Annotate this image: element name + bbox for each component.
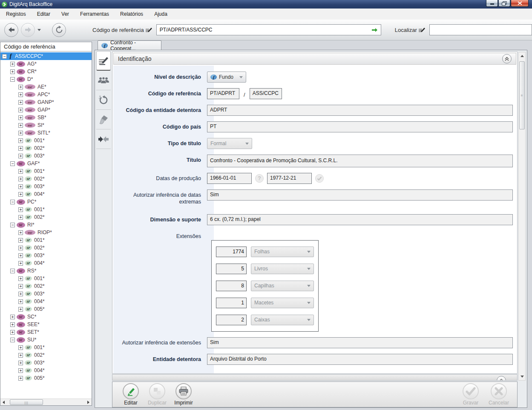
- expand-icon[interactable]: +: [18, 292, 23, 296]
- expand-icon[interactable]: +: [18, 138, 23, 143]
- next-section-header[interactable]: [112, 374, 518, 381]
- tree-node[interactable]: −scD*: [0, 75, 92, 83]
- extension-unit-select[interactable]: Capilhas: [251, 281, 314, 291]
- tab-history[interactable]: [96, 90, 111, 110]
- expand-section-button[interactable]: [497, 376, 506, 381]
- extension-quantity-input[interactable]: 8: [216, 281, 247, 291]
- data-inicio-input[interactable]: 1966-01-01: [207, 173, 252, 184]
- tree-node[interactable]: +sr001*: [0, 167, 92, 175]
- tree-node[interactable]: +sr001*: [0, 206, 92, 213]
- tree-horizontal-scrollbar[interactable]: |||: [0, 399, 92, 405]
- expand-icon[interactable]: +: [10, 62, 15, 66]
- tree-node[interactable]: +sr004*: [0, 259, 92, 267]
- tree-node[interactable]: +sr002*: [0, 213, 92, 221]
- scrollbar-thumb[interactable]: ≡: [519, 61, 525, 129]
- expand-icon[interactable]: +: [18, 192, 23, 197]
- tree-node[interactable]: +sr003*: [0, 152, 92, 160]
- forward-button[interactable]: [21, 23, 35, 37]
- expand-icon[interactable]: +: [18, 345, 23, 350]
- expand-icon[interactable]: +: [18, 146, 23, 151]
- expand-icon[interactable]: +: [18, 284, 23, 289]
- tree-node[interactable]: +sscAPC*: [0, 91, 92, 98]
- tree-node[interactable]: +sr001*: [0, 344, 92, 351]
- expand-icon[interactable]: +: [18, 154, 23, 158]
- tree-node[interactable]: −scRI*: [0, 221, 92, 229]
- tree-node[interactable]: +sr001*: [0, 137, 92, 144]
- tree-node[interactable]: +sscSITL*: [0, 129, 92, 137]
- expand-icon[interactable]: +: [10, 315, 15, 319]
- tree-node[interactable]: −fASS/CCPC*: [0, 52, 92, 60]
- editar-button[interactable]: Editar: [118, 383, 144, 406]
- expand-icon[interactable]: +: [18, 177, 23, 181]
- expand-icon[interactable]: +: [18, 368, 23, 373]
- data-fim-input[interactable]: 1977-12-21: [267, 173, 312, 184]
- tree-node[interactable]: +sscSI*: [0, 121, 92, 129]
- refresh-button[interactable]: [52, 23, 66, 37]
- expand-icon[interactable]: +: [18, 207, 23, 212]
- menu-item-ajuda[interactable]: Ajuda: [154, 11, 167, 17]
- tree-node[interactable]: +sscGAP*: [0, 106, 92, 114]
- expand-icon[interactable]: +: [18, 131, 23, 135]
- titulo-input[interactable]: Confronto - Cooperativa de Promoção Cult…: [207, 155, 513, 167]
- tree-node[interactable]: +sr002*: [0, 144, 92, 152]
- tree-node[interactable]: +sscSB*: [0, 114, 92, 121]
- collapse-icon[interactable]: −: [10, 200, 15, 204]
- tree-node[interactable]: −scRS*: [0, 267, 92, 275]
- imprimir-button[interactable]: Imprimir: [170, 383, 197, 406]
- tree-node[interactable]: +sscGANP*: [0, 98, 92, 106]
- tree-node[interactable]: +sscAE*: [0, 83, 92, 91]
- tree-node[interactable]: +sr004*: [0, 190, 92, 198]
- collapse-icon[interactable]: −: [10, 161, 15, 166]
- expand-icon[interactable]: +: [18, 238, 23, 243]
- scroll-down-icon[interactable]: [520, 376, 524, 378]
- tree-node[interactable]: +sr002*: [0, 282, 92, 290]
- expand-icon[interactable]: +: [18, 299, 23, 304]
- menu-item-ver[interactable]: Ver: [61, 11, 69, 17]
- expand-icon[interactable]: +: [18, 108, 23, 112]
- tree-node[interactable]: +sr005*: [0, 374, 92, 382]
- tree-node[interactable]: +scCR*: [0, 68, 92, 75]
- tree-node[interactable]: +sr003*: [0, 183, 92, 190]
- tree-node[interactable]: +sr002*: [0, 351, 92, 359]
- entidade-detentora-input[interactable]: Arquivo Distrital do Porto: [207, 354, 513, 365]
- expand-icon[interactable]: +: [18, 261, 23, 266]
- extension-quantity-input[interactable]: 2: [216, 315, 247, 325]
- tree-node[interactable]: +sr004*: [0, 367, 92, 374]
- tree-node[interactable]: +sr001*: [0, 275, 92, 282]
- expand-icon[interactable]: +: [18, 253, 23, 258]
- menu-item-relatorios[interactable]: Relatórios: [120, 11, 143, 17]
- go-arrow-icon[interactable]: [371, 28, 378, 32]
- scroll-right-icon[interactable]: [87, 401, 89, 404]
- codigo-ref-parte1-input[interactable]: PT/ADPRT: [207, 88, 239, 99]
- collapse-icon[interactable]: −: [10, 223, 15, 227]
- expand-icon[interactable]: +: [18, 85, 23, 89]
- tree-node[interactable]: −scSU*: [0, 336, 92, 344]
- expand-icon[interactable]: +: [18, 376, 23, 381]
- find-input[interactable]: [429, 24, 532, 35]
- duplicar-button[interactable]: Duplicar: [144, 383, 170, 406]
- tab-merge[interactable]: [96, 129, 111, 149]
- expand-icon[interactable]: +: [18, 276, 23, 281]
- gravar-button[interactable]: Gravar: [457, 383, 484, 406]
- expand-icon[interactable]: +: [18, 184, 23, 189]
- collapse-icon[interactable]: −: [10, 77, 15, 82]
- codigo-ref-parte2-input[interactable]: ASS/CCPC: [250, 88, 282, 99]
- scrollbar-thumb[interactable]: |||: [10, 399, 43, 405]
- expand-icon[interactable]: +: [18, 115, 23, 120]
- tree-node[interactable]: +sr003*: [0, 359, 92, 367]
- expand-icon[interactable]: +: [18, 307, 23, 312]
- extension-unit-select[interactable]: Livros: [251, 264, 314, 274]
- tree-node[interactable]: +sr001*: [0, 236, 92, 244]
- tree-node[interactable]: +scSC*: [0, 313, 92, 321]
- expand-icon[interactable]: +: [10, 322, 15, 327]
- inferencia-extensoes-input[interactable]: Sim: [207, 337, 513, 348]
- collapse-icon[interactable]: −: [10, 269, 15, 273]
- codigo-pais-input[interactable]: PT: [207, 121, 513, 132]
- cancelar-button[interactable]: Cancelar: [486, 383, 512, 406]
- extension-unit-select[interactable]: Caixas: [251, 315, 314, 325]
- expand-icon[interactable]: +: [10, 330, 15, 335]
- inferencia-datas-input[interactable]: Sim: [207, 189, 513, 201]
- minimize-button[interactable]: [486, 0, 498, 7]
- extension-quantity-input[interactable]: 5: [216, 264, 247, 274]
- expand-icon[interactable]: +: [18, 230, 23, 235]
